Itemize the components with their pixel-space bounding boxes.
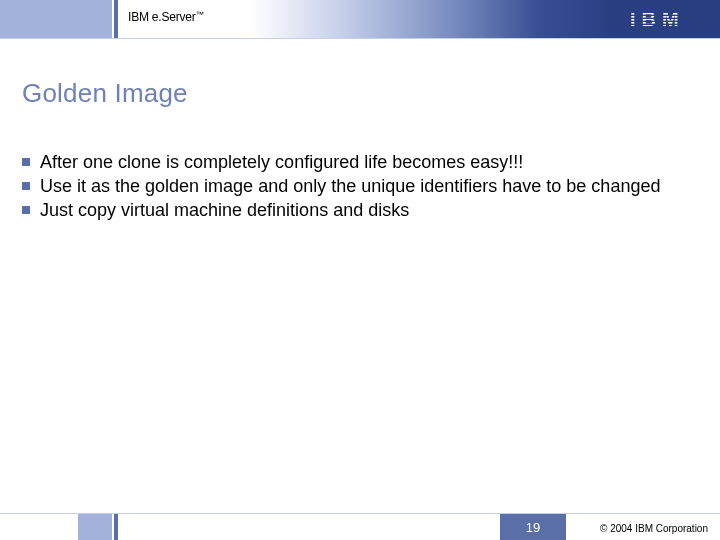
product-name: IBM e.Server: [128, 10, 196, 24]
footer-divider: [114, 514, 118, 540]
ibm-logo-icon: IBM: [630, 7, 700, 31]
list-item: Just copy virtual machine definitions an…: [22, 198, 680, 222]
page-number-box: 19: [500, 514, 566, 540]
copyright-text: © 2004 IBM Corporation: [600, 523, 708, 534]
footer-bar: 19 © 2004 IBM Corporation: [0, 510, 720, 540]
bullet-text: After one clone is completely configured…: [40, 150, 680, 174]
bullet-icon: [22, 206, 30, 214]
header-bar: IBM e.Server™ IBM: [0, 0, 720, 38]
header-underline: [0, 38, 720, 39]
header-gradient: [250, 0, 610, 38]
header-logo-box: IBM: [610, 0, 720, 38]
svg-text:IBM: IBM: [630, 8, 685, 30]
bullet-icon: [22, 158, 30, 166]
product-label: IBM e.Server™: [128, 10, 203, 24]
bullet-text: Use it as the golden image and only the …: [40, 174, 680, 198]
page-number: 19: [526, 520, 540, 535]
trademark-icon: ™: [196, 10, 204, 19]
footer-accent-block: [78, 514, 112, 540]
page-title: Golden Image: [22, 78, 188, 109]
list-item: Use it as the golden image and only the …: [22, 174, 680, 198]
header-divider: [114, 0, 118, 38]
header-accent-block: [0, 0, 112, 38]
bullet-list: After one clone is completely configured…: [22, 150, 680, 222]
list-item: After one clone is completely configured…: [22, 150, 680, 174]
bullet-icon: [22, 182, 30, 190]
bullet-text: Just copy virtual machine definitions an…: [40, 198, 680, 222]
